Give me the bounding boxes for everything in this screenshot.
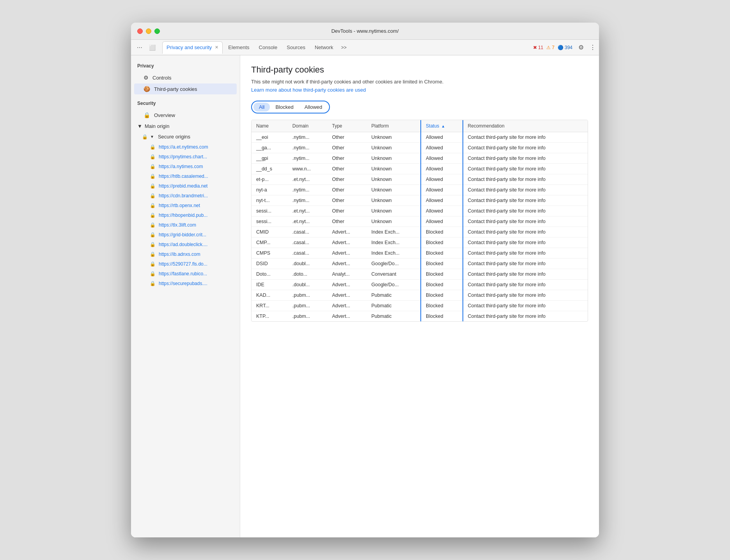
origin-13-label: https://fastlane.rubico... bbox=[159, 271, 207, 276]
lock-icon-12: 🔒 bbox=[150, 261, 156, 267]
sidebar-origin-5[interactable]: 🔒 https://cdn.brandmetri... bbox=[137, 191, 237, 200]
tab-close-icon[interactable]: ✕ bbox=[215, 45, 218, 50]
table-row[interactable]: IDE .doubl... Advert... Google/Do... Blo… bbox=[252, 280, 588, 290]
cell-recommendation-9: Contact third-party site for more info bbox=[463, 227, 588, 237]
close-button[interactable] bbox=[137, 28, 143, 34]
sidebar-cookies-label: Third-party cookies bbox=[154, 86, 197, 92]
table-row[interactable]: CMP... .casal... Advert... Index Exch...… bbox=[252, 237, 588, 248]
cell-type-5: Other bbox=[328, 185, 367, 195]
cell-status-8: Allowed bbox=[421, 216, 462, 227]
sidebar-origin-13[interactable]: 🔒 https://fastlane.rubico... bbox=[137, 269, 237, 278]
tab-sources[interactable]: Sources bbox=[283, 41, 309, 54]
cell-domain-1: .nytim... bbox=[288, 143, 328, 153]
sidebar-secure-origins-expandable[interactable]: 🔒 ▼ Secure origins bbox=[131, 131, 240, 142]
table-row[interactable]: KRT... .pubm... Advert... Pubmatic Block… bbox=[252, 301, 588, 311]
inspect-icon[interactable]: ⋯ bbox=[134, 42, 145, 53]
cell-platform-3: Unknown bbox=[367, 164, 421, 174]
lock-icon-13: 🔒 bbox=[150, 271, 156, 276]
tab-privacy-security[interactable]: Privacy and security ✕ bbox=[162, 41, 223, 54]
table-row[interactable]: sessi... .et.nyt... Other Unknown Allowe… bbox=[252, 216, 588, 227]
filter-allowed-button[interactable]: Allowed bbox=[299, 103, 328, 112]
table-row[interactable]: __eoi .nytim... Other Unknown Allowed Co… bbox=[252, 132, 588, 143]
cell-recommendation-17: Contact third-party site for more info bbox=[463, 311, 588, 322]
cell-type-0: Other bbox=[328, 132, 367, 143]
tab-more-button[interactable]: >> bbox=[339, 43, 349, 52]
tab-console-label: Console bbox=[259, 44, 278, 50]
sidebar-security-label: Security bbox=[131, 99, 240, 109]
lock-icon-8: 🔒 bbox=[150, 222, 156, 228]
cell-name-7: sessi... bbox=[252, 206, 288, 216]
cell-status-0: Allowed bbox=[421, 132, 462, 143]
sidebar-item-controls[interactable]: ⚙ Controls bbox=[134, 72, 237, 83]
maximize-button[interactable] bbox=[154, 28, 160, 34]
cell-name-14: IDE bbox=[252, 280, 288, 290]
col-header-platform: Platform bbox=[367, 120, 421, 132]
table-row[interactable]: __dd_s www.n... Other Unknown Allowed Co… bbox=[252, 164, 588, 174]
col-header-status[interactable]: Status ▲ bbox=[421, 120, 462, 132]
table-header-row: Name Domain Type Platform Status ▲ Recom… bbox=[252, 120, 588, 132]
origin-10-label: https://ad.doubleclick.... bbox=[159, 242, 207, 247]
cell-type-6: Other bbox=[328, 195, 367, 206]
cell-domain-4: .et.nyt... bbox=[288, 174, 328, 185]
table-row[interactable]: Doto... .doto... Analyt... Conversant Bl… bbox=[252, 269, 588, 280]
content-description: This site might not work if third-party … bbox=[251, 79, 588, 85]
filter-blocked-button[interactable]: Blocked bbox=[270, 103, 299, 112]
cell-recommendation-8: Contact third-party site for more info bbox=[463, 216, 588, 227]
sidebar-origin-9[interactable]: 🔒 https://grid-bidder.crit... bbox=[137, 230, 237, 239]
cell-type-17: Advert... bbox=[328, 311, 367, 322]
sidebar-origin-10[interactable]: 🔒 https://ad.doubleclick.... bbox=[137, 240, 237, 249]
table-row[interactable]: sessi... .et.nyt... Other Unknown Allowe… bbox=[252, 206, 588, 216]
cell-type-11: Advert... bbox=[328, 248, 367, 259]
learn-more-link[interactable]: Learn more about how third-party cookies… bbox=[251, 87, 588, 93]
tab-network[interactable]: Network bbox=[311, 41, 337, 54]
cell-status-5: Allowed bbox=[421, 185, 462, 195]
origin-8-label: https://tlx.3lift.com bbox=[159, 222, 196, 228]
minimize-button[interactable] bbox=[146, 28, 151, 34]
table-row[interactable]: KTP... .pubm... Advert... Pubmatic Block… bbox=[252, 311, 588, 322]
sidebar-origin-7[interactable]: 🔒 https://hbopenbid.pub... bbox=[137, 211, 237, 220]
table-row[interactable]: nyt-t... .nytim... Other Unknown Allowed… bbox=[252, 195, 588, 206]
origin-5-label: https://cdn.brandmetri... bbox=[159, 193, 208, 198]
sidebar-origin-2[interactable]: 🔒 https://a.nytimes.com bbox=[137, 162, 237, 171]
sidebar-item-overview[interactable]: 🔒 Overview bbox=[134, 110, 237, 121]
warning-count: 7 bbox=[552, 45, 555, 50]
table-row[interactable]: nyt-a .nytim... Other Unknown Allowed Co… bbox=[252, 185, 588, 195]
cell-platform-7: Unknown bbox=[367, 206, 421, 216]
window-title: DevTools - www.nytimes.com/ bbox=[331, 28, 399, 34]
tab-privacy-label: Privacy and security bbox=[167, 44, 212, 50]
sidebar-origin-6[interactable]: 🔒 https://rtb.openx.net bbox=[137, 201, 237, 210]
cell-domain-10: .casal... bbox=[288, 237, 328, 248]
table-row[interactable]: CMID .casal... Advert... Index Exch... B… bbox=[252, 227, 588, 237]
device-icon[interactable]: ⬜ bbox=[147, 42, 158, 53]
filter-button-group: All Blocked Allowed bbox=[251, 101, 330, 113]
table-row[interactable]: __gpi .nytim... Other Unknown Allowed Co… bbox=[252, 153, 588, 164]
lock-icon-2: 🔒 bbox=[150, 164, 156, 169]
table-row[interactable]: CMPS .casal... Advert... Index Exch... B… bbox=[252, 248, 588, 259]
tab-elements[interactable]: Elements bbox=[224, 41, 253, 54]
filter-all-button[interactable]: All bbox=[253, 103, 270, 112]
cell-status-14: Blocked bbox=[421, 280, 462, 290]
more-options-icon[interactable]: ⋮ bbox=[590, 44, 596, 51]
arrow-icon: ▼ bbox=[137, 123, 142, 129]
sidebar-origin-1[interactable]: 🔒 https://pnytimes.chart... bbox=[137, 152, 237, 161]
sidebar-origin-0[interactable]: 🔒 https://a.et.nytimes.com bbox=[137, 142, 237, 152]
lock-icon-14: 🔒 bbox=[150, 281, 156, 286]
sidebar-origin-4[interactable]: 🔒 https://prebid.media.net bbox=[137, 181, 237, 191]
table-row[interactable]: __ga... .nytim... Other Unknown Allowed … bbox=[252, 143, 588, 153]
sidebar-origin-14[interactable]: 🔒 https://securepubads.... bbox=[137, 279, 237, 288]
sidebar-item-third-party-cookies[interactable]: 🍪 Third-party cookies bbox=[134, 83, 237, 94]
table-row[interactable]: KAD... .pubm... Advert... Pubmatic Block… bbox=[252, 290, 588, 301]
table-row[interactable]: et-p... .et.nyt... Other Unknown Allowed… bbox=[252, 174, 588, 185]
cell-platform-16: Pubmatic bbox=[367, 301, 421, 311]
sidebar-origin-11[interactable]: 🔒 https://ib.adnxs.com bbox=[137, 250, 237, 259]
sidebar-origin-12[interactable]: 🔒 https://5290727.fls.do... bbox=[137, 259, 237, 269]
tab-console[interactable]: Console bbox=[255, 41, 282, 54]
cell-platform-0: Unknown bbox=[367, 132, 421, 143]
table-row[interactable]: DSID .doubl... Advert... Google/Do... Bl… bbox=[252, 259, 588, 269]
sidebar-main-origin-expandable[interactable]: ▼ Main origin bbox=[131, 121, 240, 131]
sidebar-origin-3[interactable]: 🔒 https://htlb.casalemed... bbox=[137, 172, 237, 181]
settings-icon[interactable]: ⚙ bbox=[576, 42, 586, 53]
cell-domain-14: .doubl... bbox=[288, 280, 328, 290]
cookies-table: Name Domain Type Platform Status ▲ Recom… bbox=[252, 120, 588, 321]
sidebar-origin-8[interactable]: 🔒 https://tlx.3lift.com bbox=[137, 220, 237, 230]
